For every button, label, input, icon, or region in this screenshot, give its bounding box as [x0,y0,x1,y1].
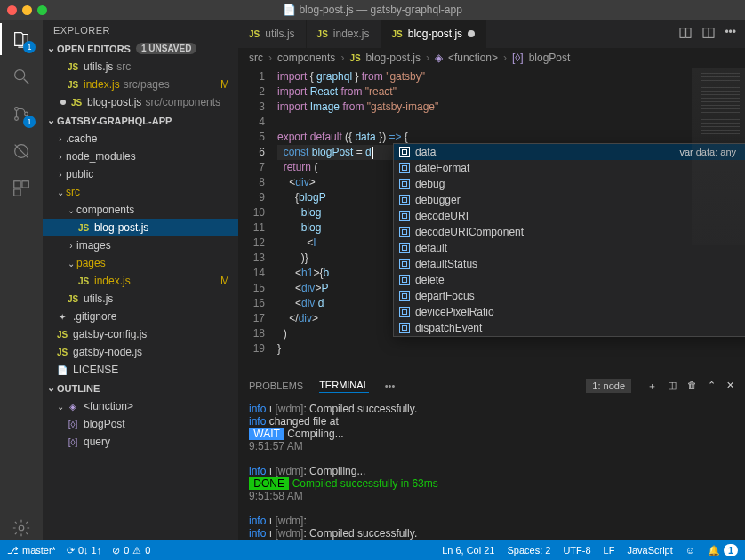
symbol-icon [399,259,410,269]
panel-tab-terminal[interactable]: TERMINAL [319,380,369,393]
outline-header[interactable]: ⌄ OUTLINE [43,380,238,396]
source-control-icon[interactable]: 1 [9,101,34,126]
gitignore-icon: ✦ [55,312,69,322]
language-status[interactable]: JavaScript [627,545,672,556]
autocomplete-item[interactable]: devicePixelRatio [394,304,745,320]
svg-point-2 [15,108,19,111]
open-editors-label: OPEN EDITORS [57,44,131,54]
chevron-down-icon: ⌄ [44,382,57,394]
open-editor-item[interactable]: JS index.js src/pages M [43,76,238,93]
svg-point-10 [19,525,24,531]
code-editor[interactable]: 12345678910111213141516171819 import { g… [238,68,745,372]
file-item[interactable]: JSgatsby-config.js [43,325,238,343]
js-file-icon: JS [66,62,80,72]
more-icon[interactable]: ••• [725,26,736,43]
bottom-panel: PROBLEMS TERMINAL ••• 1: node ＋ ◫ 🗑 ⌃ ✕ … [238,372,745,540]
indentation-status[interactable]: Spaces: 2 [507,545,550,556]
folder-item[interactable]: ›public [43,165,238,183]
tab-blog-post[interactable]: JSblog-post.js [381,20,487,48]
folder-item[interactable]: ⌄pages [43,254,238,272]
breadcrumbs[interactable]: src› components› JSblog-post.js› ◈<funct… [238,48,745,68]
feedback-icon[interactable]: ☺ [685,545,695,556]
cursor-position-status[interactable]: Ln 6, Col 21 [442,545,494,556]
file-item[interactable]: JSindex.jsM [43,272,238,290]
window-title: 📄 blog-post.js — gatsby-graphql-app [0,4,745,16]
debug-icon[interactable] [9,139,34,164]
split-editor-icon[interactable] [701,26,716,43]
file-item[interactable]: JSgatsby-node.js [43,343,238,361]
folder-item[interactable]: ›node_modules [43,148,238,165]
minimap[interactable] [692,68,745,245]
unsaved-badge: 1 UNSAVED [136,43,197,54]
compare-icon[interactable] [678,26,693,43]
modified-indicator: M [220,275,229,287]
eol-status[interactable]: LF [604,545,615,556]
file-item[interactable]: JSutils.js [43,290,238,308]
outline-item[interactable]: ⌄◈<function> [43,397,238,415]
sidebar-title: EXPLORER [43,20,238,41]
close-panel-icon[interactable]: ✕ [726,380,734,393]
explorer-icon[interactable]: 1 [9,27,34,52]
folder-item[interactable]: ›images [43,236,238,254]
dirty-dot-icon [468,30,475,37]
zoom-window-icon[interactable] [37,5,47,15]
folder-item[interactable]: ›.cache [43,130,238,148]
breadcrumb-item[interactable]: blog-post.js [366,52,421,64]
open-editor-item[interactable]: JS utils.js src [43,58,238,76]
svg-point-0 [15,70,25,80]
panel-tab-more[interactable]: ••• [385,380,396,391]
window-controls[interactable] [7,5,47,15]
folder-item[interactable]: ⌄src [43,183,238,201]
git-sync-status[interactable]: ⟳0↓ 1↑ [67,545,101,556]
problems-status[interactable]: ⊘0 ⚠0 [112,545,150,556]
trash-icon[interactable]: 🗑 [687,380,697,393]
breadcrumb-item[interactable]: components [277,52,335,64]
autocomplete-item[interactable]: defaultStatus [394,256,745,272]
minimize-window-icon[interactable] [22,5,32,15]
code-content[interactable]: import { graphql } from "gatsby" import … [277,68,745,372]
breadcrumb-item[interactable]: src [249,52,263,64]
split-terminal-icon[interactable]: ◫ [668,380,677,393]
maximize-panel-icon[interactable]: ⌃ [708,380,716,393]
symbol-icon [399,211,410,221]
autocomplete-item[interactable]: departFocus [394,288,745,304]
autocomplete-item[interactable]: dispatchEvent [394,320,745,336]
git-branch-status[interactable]: ⎇master* [7,545,56,556]
svg-rect-7 [14,181,20,188]
panel-tab-problems[interactable]: PROBLEMS [249,380,303,391]
file-tree: ›.cache ›node_modules ›public ⌄src ⌄comp… [43,128,238,380]
terminal-output[interactable]: info ı [wdm]: Compiled successfully. inf… [238,399,745,540]
open-editor-item[interactable]: JS blog-post.js src/components [43,93,238,111]
extensions-icon[interactable] [9,176,34,201]
chevron-down-icon: ⌄ [44,43,57,54]
search-icon[interactable] [9,64,34,89]
svg-rect-12 [686,28,691,37]
project-header[interactable]: ⌄ GATSBY-GRAPHQL-APP [43,113,238,128]
tab-utils[interactable]: JSutils.js [238,20,307,48]
close-window-icon[interactable] [7,5,17,15]
file-item-blog-post[interactable]: JSblog-post.js [43,219,238,236]
terminal-select[interactable]: 1: node [586,379,631,393]
new-terminal-icon[interactable]: ＋ [647,380,657,393]
js-file-icon: JS [66,294,80,304]
breadcrumb-item[interactable]: blogPost [529,52,571,64]
symbol-icon [399,307,410,317]
window-titlebar: 📄 blog-post.js — gatsby-graphql-app [0,0,745,20]
branch-icon: ⎇ [7,545,19,556]
file-item[interactable]: 📄LICENSE [43,361,238,379]
editor-actions: ••• [669,26,745,43]
outline-item[interactable]: [◊]blogPost [43,415,238,433]
encoding-status[interactable]: UTF-8 [563,545,590,556]
autocomplete-item[interactable]: delete [394,272,745,288]
breadcrumb-item[interactable]: <function> [448,52,498,64]
file-item[interactable]: ✦.gitignore [43,308,238,325]
explorer-sidebar: EXPLORER ⌄ OPEN EDITORS 1 UNSAVED JS uti… [43,20,238,540]
tab-index[interactable]: JSindex.js [307,20,381,48]
open-editors-header[interactable]: ⌄ OPEN EDITORS 1 UNSAVED [43,41,238,56]
outline-item[interactable]: [◊]query [43,433,238,451]
cube-icon: ◈ [66,402,80,412]
settings-gear-icon[interactable] [9,516,34,540]
js-file-icon: JS [69,98,84,108]
notifications-status[interactable]: 🔔1 [708,544,738,556]
folder-item[interactable]: ⌄components [43,201,238,219]
